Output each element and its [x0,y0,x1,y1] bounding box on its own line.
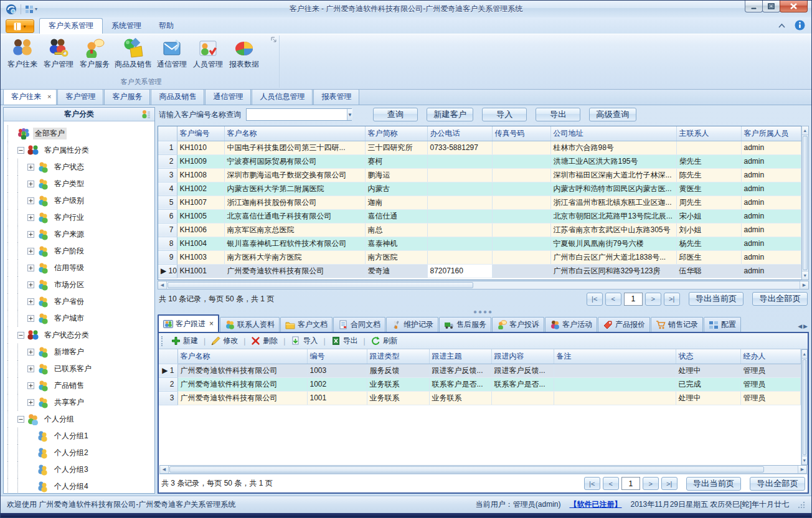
cell[interactable]: 已完成 [676,377,740,391]
tree-item-个人分组1[interactable]: 个人分组1 [7,428,153,445]
scroll-left-icon[interactable]: ◀ [160,466,169,473]
column-header-主联系人[interactable]: 主联系人 [676,126,741,141]
cell[interactable]: 服务反馈 [367,364,429,377]
tree-item-新增客户[interactable]: 新增客户 [7,344,153,360]
cell[interactable]: 广州爱奇迪软件科技有限公司 [177,364,307,377]
cell[interactable]: admin [741,154,801,168]
horizontal-splitter[interactable]: ●●●● [158,308,809,314]
vscroll-thumb[interactable] [803,136,808,270]
detail-tab-配置[interactable]: 配置 [704,317,741,332]
scroll-down-icon[interactable]: ▼ [802,271,809,280]
查询-button[interactable]: 查询 [373,108,418,121]
expand-icon[interactable] [27,399,34,406]
cell[interactable] [492,141,550,154]
application-menu-button[interactable]: ▾ [6,19,34,33]
table-row[interactable]: ▶ 1广州爱奇迪软件科技有限公司1003服务反馈跟进客户反馈...跟进客户反馈.… [159,364,800,377]
cell[interactable]: 浙江迦南科技股份有限公司 [224,195,365,209]
新建客户-button[interactable]: 新建客户 [427,108,473,121]
expand-icon[interactable] [27,164,34,171]
last-page-button[interactable]: >| [661,477,677,490]
follow-up-table[interactable]: 客户名称编号跟进类型跟进主题跟进内容备注状态经办人▶ 1广州爱奇迪软件科技有限公… [159,349,801,405]
tree-item-个人分组2[interactable]: 个人分组2 [7,445,153,461]
cell[interactable]: 浙江省温州市瓯北镇东瓯工业区迦... [550,195,676,209]
cell[interactable] [492,182,550,195]
cell[interactable]: 宁波赛柯国际贸易有限公司 [224,154,365,168]
cell[interactable] [427,209,492,223]
cell[interactable] [554,364,676,377]
tree-item-客户状态分类[interactable]: 客户状态分类 [7,327,153,344]
cell[interactable]: 业务联系 [367,377,429,391]
expand-icon[interactable] [27,298,34,305]
detail-tab-客户跟进[interactable]: 客户跟进× [158,314,219,332]
expand-icon[interactable] [27,181,34,187]
ribbon-button-客户管理[interactable]: 客户管理 [40,37,77,71]
first-page-button[interactable]: |< [587,293,603,306]
table-row[interactable]: 6KH1005北京嘉信仕通电子科技有限公司嘉信仕通北京市朝阳区北苑路甲13号院北… [158,209,801,223]
detail-tab-客户活动[interactable]: 客户活动 [545,317,597,332]
column-header-跟进类型[interactable]: 跟进类型 [367,349,429,364]
page-number-input[interactable] [624,293,643,306]
license-registered-link[interactable]: 【软件已注册】 [569,499,621,510]
cell[interactable]: KH1007 [177,195,224,209]
cell[interactable]: 嘉信仕通 [365,209,427,223]
cell[interactable]: 联系客户是否... [491,377,554,391]
collapse-ribbon-icon[interactable] [778,23,786,28]
detail-tab-客户投诉[interactable]: 客户投诉 [492,317,544,332]
expand-icon[interactable] [27,281,34,288]
app-logo-icon[interactable] [6,4,17,15]
expand-icon[interactable] [27,315,34,322]
cell[interactable]: 宋小姐 [676,209,741,223]
scroll-right-icon[interactable]: ▶ [800,281,808,289]
cell[interactable] [492,154,550,168]
cell[interactable]: 陈先生 [676,168,741,182]
row-header[interactable]: 5 [158,195,177,209]
maximize-button[interactable] [762,1,780,12]
doc-tab-客户服务[interactable]: 客户服务 [104,89,150,105]
cell[interactable]: 处理中 [676,391,740,405]
cell[interactable]: 广州爱奇迪软件科技有限公司 [177,377,307,391]
detail-tab-产品报价[interactable]: 产品报价 [598,317,650,332]
dialog-launcher-icon[interactable] [271,37,277,43]
新建-button[interactable]: 新建 [169,334,200,347]
column-header-客户名称[interactable]: 客户名称 [177,349,307,364]
toolbar-grip[interactable] [161,336,164,346]
cell[interactable]: 洪塘工业A区洪大路195号 [550,154,676,168]
cell[interactable]: 内蒙古呼和浩特市回民区内蒙古医... [550,182,676,195]
detail-tab-维护记录[interactable]: 维护记录 [386,317,438,332]
collapse-icon[interactable] [17,332,24,339]
column-header-经办人[interactable]: 经办人 [740,349,800,364]
doc-tab-人员信息管理[interactable]: 人员信息管理 [252,89,313,105]
cell[interactable] [492,195,550,209]
cell[interactable]: 三十四研究所 [365,141,427,154]
expand-icon[interactable] [27,197,34,204]
doc-tab-报表管理[interactable]: 报表管理 [313,89,359,105]
cell[interactable]: 刘小姐 [676,223,741,237]
table-row[interactable]: 7KH1006南京军区南京总医院南总江苏省南京市玄武区中山东路305号刘小姐ad… [158,223,801,237]
ribbon-tab-系统管理[interactable]: 系统管理 [103,19,150,34]
cell[interactable]: 伍华聪 [676,264,741,278]
tree-item-共享客户[interactable]: 共享客户 [7,394,153,411]
close-tab-icon[interactable]: × [47,93,51,100]
cell[interactable]: 内蒙古医科大学第二附属医院 [224,182,365,195]
scroll-down-icon[interactable]: ▼ [802,456,808,464]
cell[interactable] [492,168,550,182]
cell[interactable]: admin [741,141,801,154]
column-header-跟进主题[interactable]: 跟进主题 [429,349,491,364]
last-page-button[interactable]: >| [664,293,680,306]
export-current-page-button[interactable]: 导出当前页 [689,292,744,306]
ribbon-button-客户服务[interactable]: 客户服务 [77,37,113,71]
cell[interactable]: 邱医生 [676,250,741,264]
page-number-input[interactable] [621,477,640,490]
customer-grid-hscrollbar[interactable]: ◀ ▶ [158,281,809,290]
tree-item-个人分组4[interactable]: 个人分组4 [7,478,153,493]
ribbon-tab-客户关系管理[interactable]: 客户关系管理 [39,18,103,34]
expand-icon[interactable] [27,248,34,255]
cell[interactable]: 周先生 [676,195,741,209]
column-header-客户编号[interactable]: 客户编号 [177,126,224,141]
cell[interactable]: 联系客户是否... [429,377,491,391]
cell[interactable]: 业务联系 [429,391,491,405]
cell[interactable]: 深圳市鹏海运电子数据交换有限公司 [224,168,365,182]
cell[interactable]: KH1006 [177,223,224,237]
export-all-pages-button[interactable]: 导出全部页 [750,477,805,491]
cell[interactable]: 管理员 [740,377,800,391]
